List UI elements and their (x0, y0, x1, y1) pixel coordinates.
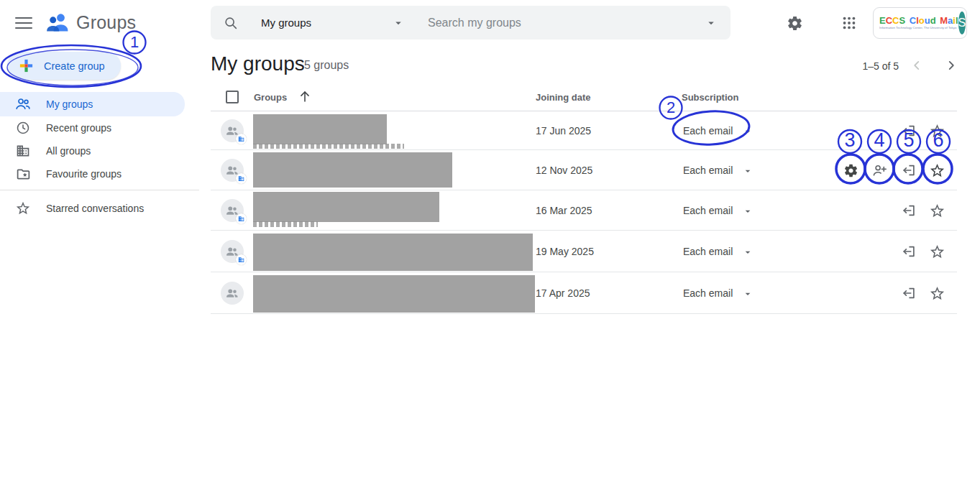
redacted-group-name (253, 234, 533, 271)
joining-date: 12 Nov 2025 (536, 165, 592, 176)
pagination-range: 1–5 of 5 (827, 60, 899, 72)
joining-date: 19 May 2025 (536, 246, 594, 257)
star-icon[interactable] (928, 202, 945, 219)
star-icon[interactable] (928, 243, 945, 260)
chevron-down-icon (392, 17, 405, 29)
group-settings-icon[interactable] (842, 162, 859, 179)
leave-group-icon[interactable] (900, 162, 917, 179)
avatar[interactable]: S (958, 11, 966, 34)
clock-icon (14, 120, 32, 136)
main-menu-icon[interactable] (13, 12, 35, 34)
redacted-group-name (253, 152, 452, 188)
eccs-logo-text: ECCS Cloud Mail (879, 16, 958, 25)
star-icon[interactable] (928, 122, 945, 139)
chevron-down-icon (742, 205, 754, 217)
table-row[interactable]: 17 Jun 2025 Each email (211, 111, 957, 150)
groups-app-logo[interactable]: Groups (45, 9, 136, 35)
org-badge-icon (236, 213, 247, 224)
org-badge-icon (236, 173, 247, 184)
column-header-subscription[interactable]: Subscription (682, 92, 738, 103)
subscription-value: Each email (683, 287, 733, 299)
redacted-group-name (253, 275, 535, 313)
table-row[interactable]: 19 May 2025 Each email (211, 231, 957, 272)
star-icon[interactable] (928, 162, 945, 179)
search-scope-select[interactable]: My groups (261, 17, 405, 29)
app-title: Groups (76, 12, 136, 33)
chevron-right-icon (943, 57, 959, 73)
redacted-text-fragment (253, 144, 404, 149)
apps-grid-icon (841, 15, 857, 31)
subscription-value: Each email (683, 246, 733, 257)
search-icon (223, 15, 239, 31)
chevron-down-icon (742, 246, 754, 258)
table-row[interactable]: 16 Mar 2025 Each email (211, 190, 957, 231)
pagination-prev-button[interactable] (908, 57, 925, 74)
leave-group-icon[interactable] (900, 202, 917, 219)
group-count: 5 groups (304, 59, 349, 72)
sidebar-item-my-groups[interactable]: My groups (0, 92, 185, 116)
column-header-joining-date[interactable]: Joining date (536, 92, 591, 103)
table-row[interactable]: 12 Nov 2025 Each email (211, 150, 957, 190)
folder-star-icon (14, 167, 32, 182)
sidebar-item-all-groups[interactable]: All groups (0, 139, 185, 162)
subscription-dropdown[interactable]: Each email (683, 205, 733, 216)
create-group-button[interactable]: Create group (7, 52, 121, 80)
joining-date: 17 Jun 2025 (536, 125, 591, 137)
multicolor-plus-icon (19, 58, 34, 73)
org-logo: ECCS Cloud Mail Information Technology C… (879, 16, 958, 29)
subscription-dropdown[interactable]: Each email (683, 125, 733, 137)
search-bar: My groups Search my groups (211, 6, 731, 40)
subscription-dropdown[interactable]: Each email (683, 246, 733, 257)
column-header-groups[interactable]: Groups (254, 92, 287, 103)
sidebar-item-favourite-groups[interactable]: Favourite groups (0, 162, 185, 185)
google-apps-button[interactable] (835, 9, 864, 37)
pagination-next-button[interactable] (943, 57, 960, 74)
sidebar-item-label: Favourite groups (46, 168, 122, 180)
select-all-checkbox[interactable] (226, 91, 239, 103)
leave-group-icon[interactable] (900, 243, 917, 260)
gear-icon (787, 15, 803, 32)
redacted-text-fragment (253, 221, 318, 227)
search-options-caret-icon[interactable] (705, 17, 718, 29)
group-avatar (221, 199, 244, 222)
leave-group-icon[interactable] (900, 285, 917, 302)
sidebar-item-starred-conversations[interactable]: Starred conversations (0, 197, 185, 220)
group-avatar (221, 282, 244, 305)
page-title: My groups (211, 52, 305, 75)
subscription-dropdown[interactable]: Each email (683, 165, 733, 176)
create-group-label: Create group (44, 60, 105, 72)
sidebar-item-label: All groups (46, 145, 91, 157)
groups-logo-icon (45, 9, 70, 35)
subscription-value: Each email (683, 125, 733, 137)
subscription-dropdown[interactable]: Each email (683, 287, 733, 299)
redacted-group-name (253, 192, 439, 222)
leave-group-icon[interactable] (900, 122, 917, 139)
group-avatar (221, 159, 244, 182)
group-avatar (221, 240, 244, 263)
people-icon (14, 96, 32, 113)
sidebar-item-label: Starred conversations (46, 203, 144, 214)
sidebar-item-recent-groups[interactable]: Recent groups (0, 116, 185, 139)
add-members-icon[interactable] (871, 162, 888, 179)
star-icon (14, 200, 32, 216)
chevron-down-icon (742, 165, 754, 177)
search-input[interactable]: Search my groups (428, 17, 705, 29)
sort-ascending-icon[interactable] (297, 88, 313, 104)
joining-date: 16 Mar 2025 (536, 205, 592, 216)
chevron-down-icon (742, 126, 754, 137)
subscription-value: Each email (683, 165, 733, 176)
star-icon[interactable] (928, 285, 945, 302)
chevron-down-icon (742, 288, 754, 300)
settings-button[interactable] (780, 9, 809, 37)
table-header: Groups Joining date Subscription (211, 86, 957, 111)
domain-icon (14, 144, 32, 158)
joining-date: 17 Apr 2025 (536, 287, 590, 299)
account-button[interactable]: ECCS Cloud Mail Information Technology C… (873, 7, 967, 39)
chevron-left-icon (909, 57, 925, 73)
table-row[interactable]: 17 Apr 2025 Each email (211, 272, 957, 314)
sidebar-item-label: My groups (46, 98, 93, 110)
redacted-group-name (253, 114, 387, 144)
sidebar-divider (0, 190, 199, 190)
group-avatar (221, 119, 244, 142)
sidebar-item-label: Recent groups (46, 122, 111, 134)
